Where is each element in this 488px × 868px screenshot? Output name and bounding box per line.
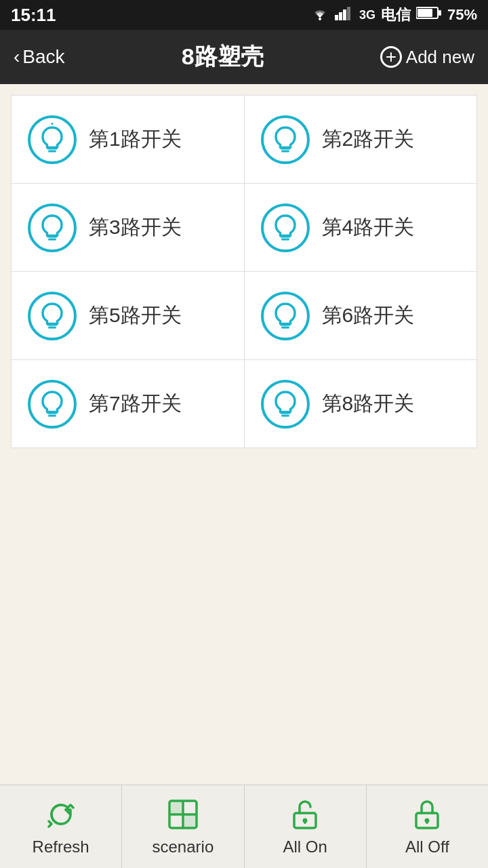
svg-rect-3 bbox=[343, 9, 346, 20]
svg-rect-1 bbox=[335, 15, 338, 20]
status-right: 3G 电信 75% bbox=[310, 5, 477, 25]
battery-percent: 75% bbox=[447, 6, 477, 24]
nav-bar: ‹ Back 8路塑壳 + Add new bbox=[0, 30, 488, 84]
tab-bar: Refresh scenario All O bbox=[0, 785, 488, 868]
svg-rect-31 bbox=[280, 412, 290, 414]
back-label: Back bbox=[22, 46, 64, 68]
signal-icon bbox=[335, 5, 354, 24]
bulb-icon-5 bbox=[28, 292, 77, 340]
svg-rect-7 bbox=[418, 9, 432, 17]
svg-rect-20 bbox=[281, 238, 289, 240]
svg-rect-19 bbox=[280, 235, 290, 237]
battery-icon bbox=[416, 6, 442, 24]
bulb-icon-7 bbox=[28, 380, 77, 429]
svg-rect-10 bbox=[48, 150, 56, 152]
bulb-icon-4 bbox=[261, 203, 310, 252]
switch-label-1: 第1路开关 bbox=[89, 125, 182, 153]
tab-all-on-label: All On bbox=[283, 837, 327, 856]
back-button[interactable]: ‹ Back bbox=[14, 46, 65, 68]
switch-item-3[interactable]: 第3路开关 bbox=[12, 184, 245, 272]
svg-point-0 bbox=[319, 18, 321, 20]
refresh-icon bbox=[43, 797, 79, 832]
switch-item-7[interactable]: 第7路开关 bbox=[12, 360, 245, 448]
bulb-icon-2 bbox=[261, 115, 310, 164]
svg-point-24 bbox=[262, 293, 308, 339]
tab-all-off-label: All Off bbox=[405, 837, 449, 856]
switch-item-8[interactable]: 第8路开关 bbox=[245, 360, 478, 448]
svg-rect-23 bbox=[48, 326, 56, 328]
bulb-icon-8 bbox=[261, 380, 310, 429]
svg-rect-9 bbox=[47, 147, 58, 149]
back-chevron-icon: ‹ bbox=[14, 46, 20, 68]
all-on-icon bbox=[287, 797, 323, 832]
tab-scenario-label: scenario bbox=[152, 837, 214, 856]
switch-label-7: 第7路开关 bbox=[89, 390, 182, 418]
svg-rect-2 bbox=[339, 12, 342, 20]
all-off-icon bbox=[409, 797, 445, 832]
switch-label-4: 第4路开关 bbox=[322, 214, 415, 241]
svg-rect-4 bbox=[347, 7, 350, 20]
wifi-icon bbox=[310, 5, 329, 24]
svg-rect-16 bbox=[47, 235, 58, 237]
svg-rect-26 bbox=[281, 326, 289, 328]
switch-label-6: 第6路开关 bbox=[322, 302, 415, 330]
scenario-icon bbox=[165, 797, 201, 832]
svg-point-21 bbox=[29, 293, 75, 339]
content-area: 第1路开关 第2路开关 第3路开关 bbox=[0, 84, 488, 785]
svg-rect-17 bbox=[48, 238, 56, 240]
tab-all-off[interactable]: All Off bbox=[367, 785, 488, 868]
svg-point-12 bbox=[262, 117, 308, 163]
svg-rect-13 bbox=[280, 147, 290, 149]
svg-rect-43 bbox=[426, 821, 428, 824]
svg-point-30 bbox=[262, 381, 308, 427]
svg-rect-36 bbox=[169, 801, 183, 814]
svg-point-27 bbox=[29, 381, 75, 427]
add-label: Add new bbox=[406, 47, 474, 68]
add-circle-icon: + bbox=[380, 46, 402, 68]
svg-rect-32 bbox=[281, 414, 289, 416]
switch-label-5: 第5路开关 bbox=[89, 302, 182, 330]
svg-rect-6 bbox=[439, 10, 441, 16]
bulb-icon-1 bbox=[28, 115, 77, 164]
switch-grid: 第1路开关 第2路开关 第3路开关 bbox=[11, 95, 477, 448]
svg-rect-37 bbox=[183, 814, 197, 828]
network-type: 3G bbox=[359, 8, 375, 22]
add-new-button[interactable]: + Add new bbox=[380, 46, 474, 68]
svg-point-18 bbox=[262, 205, 308, 251]
switch-item-4[interactable]: 第4路开关 bbox=[245, 184, 478, 272]
svg-rect-28 bbox=[47, 412, 58, 414]
switch-item-6[interactable]: 第6路开关 bbox=[245, 272, 478, 360]
bulb-icon-6 bbox=[261, 292, 310, 340]
tab-refresh-label: Refresh bbox=[33, 837, 89, 856]
svg-rect-29 bbox=[48, 414, 56, 416]
switch-item-5[interactable]: 第5路开关 bbox=[12, 272, 245, 360]
status-bar: 15:11 3G 电信 bbox=[0, 0, 488, 30]
tab-all-on[interactable]: All On bbox=[245, 785, 367, 868]
switch-item-2[interactable]: 第2路开关 bbox=[245, 96, 478, 184]
svg-rect-14 bbox=[281, 150, 289, 152]
svg-point-15 bbox=[29, 205, 75, 251]
page-title: 8路塑壳 bbox=[182, 41, 264, 73]
svg-rect-22 bbox=[47, 323, 58, 326]
svg-rect-40 bbox=[304, 821, 306, 824]
switch-label-3: 第3路开关 bbox=[89, 214, 182, 241]
switch-item-1[interactable]: 第1路开关 bbox=[12, 96, 245, 184]
carrier: 电信 bbox=[381, 5, 411, 25]
svg-rect-25 bbox=[280, 323, 290, 326]
tab-scenario[interactable]: scenario bbox=[122, 785, 244, 868]
switch-label-8: 第8路开关 bbox=[322, 390, 415, 418]
tab-refresh[interactable]: Refresh bbox=[0, 785, 122, 868]
status-time: 15:11 bbox=[11, 5, 56, 26]
switch-label-2: 第2路开关 bbox=[322, 125, 415, 153]
bulb-icon-3 bbox=[28, 203, 77, 252]
